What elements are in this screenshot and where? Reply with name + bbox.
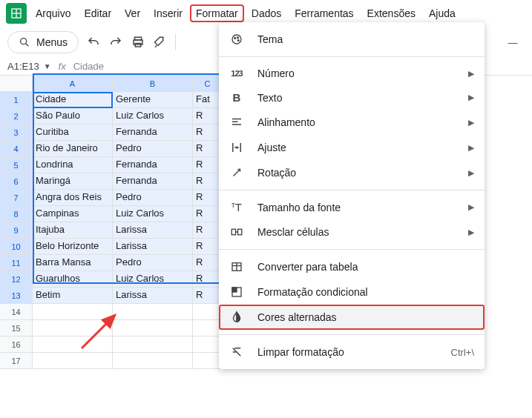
- cell[interactable]: [113, 336, 193, 353]
- cell[interactable]: Rio de Janeiro: [33, 141, 113, 157]
- cell[interactable]: [33, 353, 113, 369]
- print-icon[interactable]: [131, 35, 145, 50]
- menu-extensões[interactable]: Extensões: [361, 4, 421, 22]
- row-header-4[interactable]: 4: [0, 141, 33, 157]
- menu-ver[interactable]: Ver: [119, 4, 146, 22]
- row-header-9[interactable]: 9: [0, 222, 33, 239]
- cell[interactable]: R: [193, 157, 223, 173]
- menu-item-mesclar-células[interactable]: Mesclar células▶: [219, 219, 485, 245]
- cell[interactable]: R: [193, 255, 223, 271]
- row-header-14[interactable]: 14: [0, 304, 33, 320]
- menu-inserir[interactable]: Inserir: [148, 4, 188, 22]
- cell[interactable]: [113, 353, 193, 369]
- menu-arquivo[interactable]: Arquivo: [30, 4, 76, 22]
- cell[interactable]: Fernanda: [113, 157, 193, 173]
- cell[interactable]: Betim: [33, 288, 113, 304]
- cell[interactable]: Barra Mansa: [33, 255, 113, 271]
- cell[interactable]: [33, 304, 113, 320]
- cell[interactable]: Angra dos Reis: [33, 190, 113, 206]
- row-header-16[interactable]: 16: [0, 336, 33, 353]
- cell[interactable]: R: [193, 141, 223, 157]
- menu-item-converter-para-tabela[interactable]: Converter para tabela: [219, 254, 485, 279]
- menu-item-limpar-formatação[interactable]: Limpar formataçãoCtrl+\: [219, 339, 485, 365]
- undo-icon[interactable]: [86, 35, 101, 50]
- cell[interactable]: [33, 320, 113, 336]
- cell[interactable]: Pedro: [113, 141, 193, 157]
- more-icon[interactable]: —: [505, 35, 520, 50]
- cell[interactable]: Campinas: [33, 206, 113, 222]
- cell[interactable]: R: [193, 125, 223, 141]
- menu-item-formatação-condicional[interactable]: Formatação condicional: [219, 279, 485, 305]
- paint-format-icon[interactable]: [153, 35, 168, 50]
- cell[interactable]: Luiz Carlos: [113, 206, 193, 222]
- menu-item-texto[interactable]: BTexto▶: [219, 85, 485, 110]
- column-header-A[interactable]: A: [33, 76, 113, 92]
- cell[interactable]: Luiz Carlos: [113, 271, 193, 288]
- menu-editar[interactable]: Editar: [78, 4, 117, 22]
- cell[interactable]: Larissa: [113, 239, 193, 255]
- column-header-B[interactable]: B: [113, 76, 193, 92]
- cell[interactable]: R: [193, 222, 223, 239]
- cell[interactable]: Larissa: [113, 222, 193, 239]
- menu-dados[interactable]: Dados: [246, 4, 287, 22]
- row-header-7[interactable]: 7: [0, 190, 33, 206]
- cell[interactable]: Gerente: [113, 92, 193, 108]
- cell[interactable]: [193, 320, 223, 336]
- cell[interactable]: Fernanda: [113, 173, 193, 190]
- cell[interactable]: Luiz Carlos: [113, 108, 193, 125]
- cell[interactable]: Fernanda: [113, 125, 193, 141]
- cell[interactable]: Curitiba: [33, 125, 113, 141]
- cell[interactable]: São Paulo: [33, 108, 113, 125]
- row-header-5[interactable]: 5: [0, 157, 33, 173]
- menu-formatar[interactable]: Formatar: [190, 4, 244, 22]
- menu-item-ajuste[interactable]: Ajuste▶: [219, 135, 485, 160]
- row-header-3[interactable]: 3: [0, 125, 33, 141]
- cell[interactable]: [113, 320, 193, 336]
- row-header-2[interactable]: 2: [0, 108, 33, 125]
- row-header-13[interactable]: 13: [0, 288, 33, 304]
- column-header-C[interactable]: C: [193, 76, 223, 92]
- formula-bar-input[interactable]: Cidade: [73, 61, 104, 72]
- cell[interactable]: Pedro: [113, 255, 193, 271]
- cell[interactable]: [193, 336, 223, 353]
- cell[interactable]: R: [193, 239, 223, 255]
- cell[interactable]: R: [193, 190, 223, 206]
- menu-item-tamanho-da-fonte[interactable]: тTTamanho da fonte▶: [219, 195, 485, 219]
- cell[interactable]: [113, 304, 193, 320]
- row-header-11[interactable]: 11: [0, 255, 33, 271]
- row-header-1[interactable]: 1: [0, 92, 33, 108]
- row-header-12[interactable]: 12: [0, 271, 33, 288]
- row-header-8[interactable]: 8: [0, 206, 33, 222]
- row-header-10[interactable]: 10: [0, 239, 33, 255]
- cell[interactable]: R: [193, 288, 223, 304]
- menu-item-número[interactable]: 123Número▶: [219, 62, 485, 85]
- select-all-corner[interactable]: [0, 76, 33, 92]
- cell[interactable]: R: [193, 206, 223, 222]
- cell[interactable]: Cidade: [33, 92, 113, 108]
- cell[interactable]: Larissa: [113, 288, 193, 304]
- cell[interactable]: [193, 304, 223, 320]
- sheets-logo-icon[interactable]: [6, 3, 27, 24]
- menu-ajuda[interactable]: Ajuda: [423, 4, 462, 22]
- cell[interactable]: Belo Horizonte: [33, 239, 113, 255]
- cell[interactable]: Guarulhos: [33, 271, 113, 288]
- row-header-17[interactable]: 17: [0, 353, 33, 369]
- menu-item-alinhamento[interactable]: Alinhamento▶: [219, 110, 485, 135]
- name-box[interactable]: A1:E13 ▼: [7, 61, 51, 72]
- cell[interactable]: Maringá: [33, 173, 113, 190]
- cell[interactable]: [33, 336, 113, 353]
- cell[interactable]: [193, 353, 223, 369]
- cell[interactable]: R: [193, 108, 223, 125]
- menu-item-rotação[interactable]: Rotação▶: [219, 160, 485, 185]
- cell[interactable]: Fat: [193, 92, 223, 108]
- cell[interactable]: R: [193, 173, 223, 190]
- cell[interactable]: Pedro: [113, 190, 193, 206]
- menu-item-tema[interactable]: Tema: [219, 27, 485, 52]
- cell[interactable]: Itajuba: [33, 222, 113, 239]
- cell[interactable]: R: [193, 271, 223, 288]
- row-header-6[interactable]: 6: [0, 173, 33, 190]
- row-header-15[interactable]: 15: [0, 320, 33, 336]
- menu-ferramentas[interactable]: Ferramentas: [289, 4, 359, 22]
- menus-search-button[interactable]: Menus: [7, 31, 79, 53]
- cell[interactable]: Londrina: [33, 157, 113, 173]
